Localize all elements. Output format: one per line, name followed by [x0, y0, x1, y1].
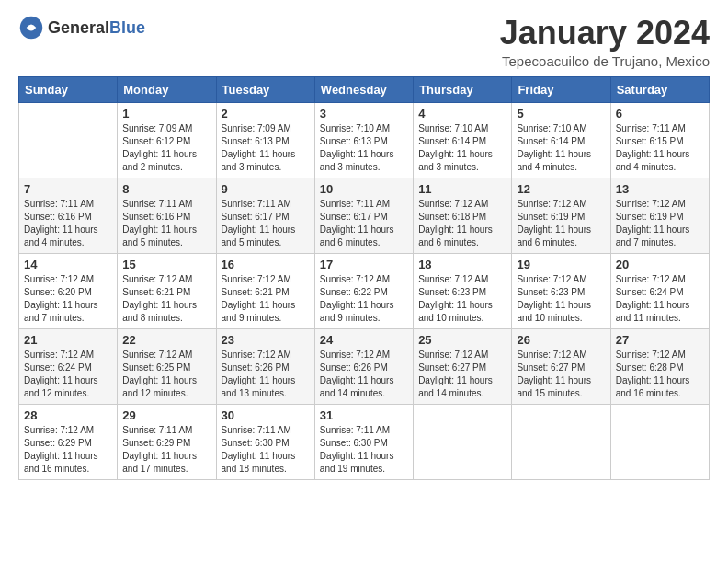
day-cell: 10Sunrise: 7:11 AMSunset: 6:17 PMDayligh… [314, 178, 413, 253]
day-number: 19 [517, 258, 605, 271]
day-info: Sunrise: 7:11 AMSunset: 6:17 PMDaylight:… [320, 198, 408, 249]
day-number: 12 [517, 182, 605, 196]
week-row-5: 28Sunrise: 7:12 AMSunset: 6:29 PMDayligh… [19, 404, 710, 479]
header: GeneralBlue January 2024 Tepecoacuilco d… [18, 15, 710, 69]
day-cell: 7Sunrise: 7:11 AMSunset: 6:16 PMDaylight… [19, 178, 118, 253]
day-info: Sunrise: 7:12 AMSunset: 6:20 PMDaylight:… [24, 273, 112, 325]
day-number: 3 [320, 107, 408, 121]
day-number: 5 [517, 107, 605, 121]
day-info: Sunrise: 7:11 AMSunset: 6:16 PMDaylight:… [122, 198, 210, 249]
week-row-2: 7Sunrise: 7:11 AMSunset: 6:16 PMDaylight… [19, 178, 710, 253]
day-number: 11 [418, 182, 506, 196]
day-info: Sunrise: 7:12 AMSunset: 6:26 PMDaylight:… [320, 349, 408, 400]
day-cell: 15Sunrise: 7:12 AMSunset: 6:21 PMDayligh… [118, 253, 216, 328]
day-cell: 28Sunrise: 7:12 AMSunset: 6:29 PMDayligh… [19, 404, 118, 479]
day-number: 4 [418, 107, 506, 121]
day-cell: 8Sunrise: 7:11 AMSunset: 6:16 PMDaylight… [118, 178, 216, 253]
day-info: Sunrise: 7:11 AMSunset: 6:16 PMDaylight:… [24, 198, 112, 249]
day-cell: 24Sunrise: 7:12 AMSunset: 6:26 PMDayligh… [314, 328, 413, 404]
day-number: 9 [222, 182, 310, 196]
day-number: 24 [320, 333, 408, 347]
day-cell: 26Sunrise: 7:12 AMSunset: 6:27 PMDayligh… [512, 328, 610, 404]
day-cell: 13Sunrise: 7:12 AMSunset: 6:19 PMDayligh… [610, 178, 709, 253]
logo-icon [18, 15, 44, 40]
day-cell: 16Sunrise: 7:12 AMSunset: 6:21 PMDayligh… [216, 253, 314, 328]
header-day-wednesday: Wednesday [314, 76, 413, 102]
day-cell: 20Sunrise: 7:12 AMSunset: 6:24 PMDayligh… [610, 253, 709, 328]
day-cell: 3Sunrise: 7:10 AMSunset: 6:13 PMDaylight… [314, 102, 413, 178]
day-cell: 1Sunrise: 7:09 AMSunset: 6:12 PMDaylight… [118, 102, 216, 178]
week-row-1: 1Sunrise: 7:09 AMSunset: 6:12 PMDaylight… [19, 102, 710, 178]
day-cell: 30Sunrise: 7:11 AMSunset: 6:30 PMDayligh… [216, 404, 314, 479]
day-info: Sunrise: 7:12 AMSunset: 6:22 PMDaylight:… [320, 273, 408, 325]
day-cell: 23Sunrise: 7:12 AMSunset: 6:26 PMDayligh… [216, 328, 314, 404]
day-number: 27 [616, 333, 704, 347]
day-number: 18 [418, 258, 506, 271]
header-day-thursday: Thursday [414, 76, 512, 102]
day-number: 23 [222, 333, 310, 347]
logo-blue: Blue [109, 18, 145, 37]
day-number: 13 [616, 182, 704, 196]
title-area: January 2024 Tepecoacuilco de Trujano, M… [500, 15, 710, 69]
day-number: 1 [122, 107, 210, 121]
header-row: SundayMondayTuesdayWednesdayThursdayFrid… [19, 76, 710, 102]
day-cell: 25Sunrise: 7:12 AMSunset: 6:27 PMDayligh… [414, 328, 512, 404]
day-number: 20 [616, 258, 704, 271]
day-number: 21 [24, 333, 112, 347]
day-info: Sunrise: 7:11 AMSunset: 6:15 PMDaylight:… [616, 122, 704, 174]
day-number: 25 [418, 333, 506, 347]
day-number: 31 [320, 408, 408, 422]
calendar-table: SundayMondayTuesdayWednesdayThursdayFrid… [18, 76, 710, 480]
day-cell [19, 102, 118, 178]
day-info: Sunrise: 7:12 AMSunset: 6:21 PMDaylight:… [122, 273, 210, 325]
day-number: 15 [122, 258, 210, 271]
day-info: Sunrise: 7:12 AMSunset: 6:29 PMDaylight:… [24, 424, 112, 476]
day-info: Sunrise: 7:10 AMSunset: 6:13 PMDaylight:… [320, 122, 408, 174]
day-number: 16 [222, 258, 310, 271]
day-cell: 18Sunrise: 7:12 AMSunset: 6:23 PMDayligh… [414, 253, 512, 328]
day-info: Sunrise: 7:09 AMSunset: 6:12 PMDaylight:… [122, 122, 210, 174]
day-cell: 29Sunrise: 7:11 AMSunset: 6:29 PMDayligh… [118, 404, 216, 479]
day-cell: 6Sunrise: 7:11 AMSunset: 6:15 PMDaylight… [610, 102, 709, 178]
day-cell: 5Sunrise: 7:10 AMSunset: 6:14 PMDaylight… [512, 102, 610, 178]
header-day-tuesday: Tuesday [216, 76, 314, 102]
day-cell: 11Sunrise: 7:12 AMSunset: 6:18 PMDayligh… [414, 178, 512, 253]
day-cell: 4Sunrise: 7:10 AMSunset: 6:14 PMDaylight… [414, 102, 512, 178]
month-title: January 2024 [500, 15, 710, 52]
day-number: 2 [222, 107, 310, 121]
day-info: Sunrise: 7:10 AMSunset: 6:14 PMDaylight:… [418, 122, 506, 174]
day-info: Sunrise: 7:12 AMSunset: 6:25 PMDaylight:… [122, 349, 210, 400]
day-info: Sunrise: 7:11 AMSunset: 6:30 PMDaylight:… [222, 424, 310, 476]
day-info: Sunrise: 7:12 AMSunset: 6:26 PMDaylight:… [222, 349, 310, 400]
header-day-monday: Monday [118, 76, 216, 102]
day-info: Sunrise: 7:11 AMSunset: 6:29 PMDaylight:… [122, 424, 210, 476]
week-row-3: 14Sunrise: 7:12 AMSunset: 6:20 PMDayligh… [19, 253, 710, 328]
day-info: Sunrise: 7:12 AMSunset: 6:18 PMDaylight:… [418, 198, 506, 249]
day-info: Sunrise: 7:09 AMSunset: 6:13 PMDaylight:… [222, 122, 310, 174]
day-number: 28 [24, 408, 112, 422]
day-cell: 17Sunrise: 7:12 AMSunset: 6:22 PMDayligh… [314, 253, 413, 328]
day-info: Sunrise: 7:12 AMSunset: 6:28 PMDaylight:… [616, 349, 704, 400]
day-info: Sunrise: 7:12 AMSunset: 6:27 PMDaylight:… [517, 349, 605, 400]
header-day-saturday: Saturday [610, 76, 709, 102]
day-info: Sunrise: 7:12 AMSunset: 6:19 PMDaylight:… [616, 198, 704, 249]
day-number: 10 [320, 182, 408, 196]
day-cell: 21Sunrise: 7:12 AMSunset: 6:24 PMDayligh… [19, 328, 118, 404]
day-info: Sunrise: 7:12 AMSunset: 6:19 PMDaylight:… [517, 198, 605, 249]
calendar-container: GeneralBlue January 2024 Tepecoacuilco d… [18, 15, 710, 480]
logo-text: GeneralBlue [48, 18, 145, 38]
day-number: 7 [24, 182, 112, 196]
day-number: 17 [320, 258, 408, 271]
day-info: Sunrise: 7:12 AMSunset: 6:24 PMDaylight:… [24, 349, 112, 400]
logo: GeneralBlue [18, 15, 145, 40]
header-day-sunday: Sunday [19, 76, 118, 102]
day-cell: 2Sunrise: 7:09 AMSunset: 6:13 PMDaylight… [216, 102, 314, 178]
day-cell [610, 404, 709, 479]
day-number: 30 [222, 408, 310, 422]
day-cell: 22Sunrise: 7:12 AMSunset: 6:25 PMDayligh… [118, 328, 216, 404]
day-cell [414, 404, 512, 479]
header-day-friday: Friday [512, 76, 610, 102]
day-info: Sunrise: 7:10 AMSunset: 6:14 PMDaylight:… [517, 122, 605, 174]
day-cell: 27Sunrise: 7:12 AMSunset: 6:28 PMDayligh… [610, 328, 709, 404]
day-number: 22 [122, 333, 210, 347]
